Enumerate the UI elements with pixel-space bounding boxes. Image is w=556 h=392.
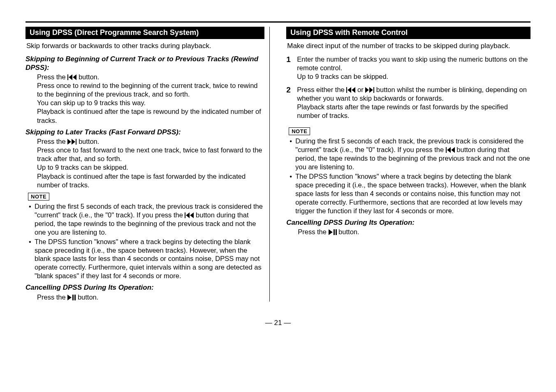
text: button. <box>338 228 359 235</box>
step-2: 2 Press either the or button whilst the … <box>286 85 531 120</box>
text: Playback is continued after the tape is … <box>37 172 264 189</box>
text: Up to 9 tracks can be skipped. <box>37 163 264 172</box>
body-ff: Press the button. Press once to fast for… <box>37 137 264 189</box>
note-list: During the first 5 seconds of each track… <box>290 137 531 215</box>
text: Press the <box>37 293 67 301</box>
note-label: NOTE <box>28 193 49 201</box>
text: Press the <box>37 138 67 145</box>
text: Up to 9 tracks can be skipped. <box>297 72 531 81</box>
text: Press once to fast forward to the next o… <box>37 146 264 163</box>
play-pause-icon <box>67 295 76 300</box>
text: Press the <box>298 228 328 235</box>
body-cancel: Press the button. <box>37 293 264 302</box>
left-column: Using DPSS (Direct Programme Search Syst… <box>25 27 270 302</box>
text: or <box>357 86 365 93</box>
step-number: 2 <box>286 85 297 120</box>
note-item: During the first 5 seconds of each track… <box>29 202 264 237</box>
note-item: The DPSS function "knows" where a track … <box>290 172 531 215</box>
text: Playback is continued after the tape is … <box>37 107 264 125</box>
skip-back-icon <box>67 74 76 80</box>
section-heading-dpss: Using DPSS (Direct Programme Search Syst… <box>25 27 264 39</box>
body-rewind: Press the button. Press once to rewind t… <box>37 73 264 125</box>
subheading-cancel: Cancelling DPSS During Its Operation: <box>25 284 264 292</box>
skip-back-icon <box>446 147 455 153</box>
text: Press the <box>37 73 67 81</box>
step-1: 1 Enter the number of tracks you want to… <box>286 55 531 81</box>
text: button. <box>79 138 99 145</box>
subheading-ff-dpss: Skipping to Later Tracks (Fast Forward D… <box>25 128 264 136</box>
step-number: 1 <box>286 55 297 81</box>
skip-back-icon <box>185 212 194 218</box>
text: Playback starts after the tape rewinds o… <box>297 103 531 120</box>
skip-forward-icon <box>67 139 76 145</box>
lead-text: Skip forwards or backwards to other trac… <box>26 42 264 50</box>
right-column: Using DPSS with Remote Control Make dire… <box>286 27 531 302</box>
text: You can skip up to 9 tracks this way. <box>37 99 264 107</box>
play-pause-icon <box>329 229 337 235</box>
subheading-cancel: Cancelling DPSS During Its Operation: <box>286 219 531 227</box>
text: Press either the <box>297 86 346 93</box>
text: Press once to rewind to the beginning of… <box>37 81 264 99</box>
text: button. <box>78 293 98 301</box>
note-item: The DPSS function "knows" where a track … <box>29 238 264 281</box>
section-heading-remote: Using DPSS with Remote Control <box>286 27 531 39</box>
subheading-rewind-dpss: Skipping to Beginning of Current Track o… <box>25 55 264 72</box>
top-rule <box>25 21 531 23</box>
text: Enter the number of tracks you want to s… <box>297 55 531 72</box>
skip-forward-icon <box>365 87 374 93</box>
text: button. <box>79 73 99 81</box>
body-cancel: Press the button. <box>298 228 531 236</box>
note-list: During the first 5 seconds of each track… <box>29 202 264 281</box>
skip-back-icon <box>346 87 355 93</box>
page-number: — 21 — <box>25 319 531 327</box>
lead-text: Make direct input of the number of track… <box>287 42 531 50</box>
two-column-layout: Using DPSS (Direct Programme Search Syst… <box>25 27 531 302</box>
document-page: Using DPSS (Direct Programme Search Syst… <box>0 0 556 327</box>
note-label: NOTE <box>289 127 310 135</box>
note-item: During the first 5 seconds of each track… <box>290 137 531 171</box>
